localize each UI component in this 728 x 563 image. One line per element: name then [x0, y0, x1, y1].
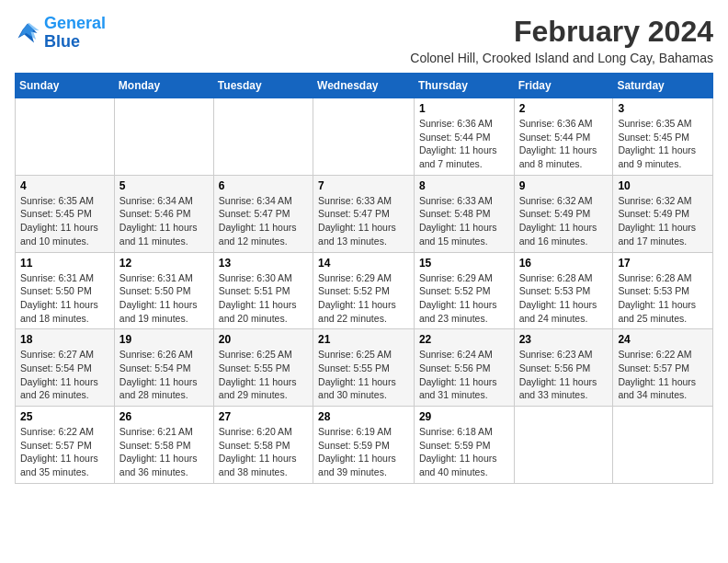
calendar-cell: 23Sunrise: 6:23 AMSunset: 5:56 PMDayligh… — [514, 329, 613, 407]
day-number: 26 — [119, 410, 209, 423]
day-number: 19 — [119, 333, 209, 346]
calendar-cell: 12Sunrise: 6:31 AMSunset: 5:50 PMDayligh… — [114, 252, 213, 329]
day-info: Sunrise: 6:33 AMSunset: 5:48 PMDaylight:… — [419, 194, 509, 248]
calendar-cell: 18Sunrise: 6:27 AMSunset: 5:54 PMDayligh… — [16, 329, 115, 407]
day-info: Sunrise: 6:25 AMSunset: 5:55 PMDaylight:… — [318, 348, 409, 402]
calendar-table: SundayMondayTuesdayWednesdayThursdayFrid… — [15, 73, 713, 484]
calendar-cell — [514, 407, 613, 484]
calendar-cell: 16Sunrise: 6:28 AMSunset: 5:53 PMDayligh… — [514, 252, 613, 329]
day-number: 8 — [419, 179, 509, 192]
calendar-week-row: 18Sunrise: 6:27 AMSunset: 5:54 PMDayligh… — [16, 329, 713, 407]
day-info: Sunrise: 6:34 AMSunset: 5:46 PMDaylight:… — [119, 194, 209, 248]
day-info: Sunrise: 6:23 AMSunset: 5:56 PMDaylight:… — [519, 348, 609, 402]
day-number: 1 — [419, 102, 509, 115]
day-number: 3 — [618, 102, 708, 115]
day-info: Sunrise: 6:18 AMSunset: 5:59 PMDaylight:… — [419, 425, 509, 479]
day-info: Sunrise: 6:25 AMSunset: 5:55 PMDaylight:… — [219, 348, 308, 402]
calendar-cell: 24Sunrise: 6:22 AMSunset: 5:57 PMDayligh… — [613, 329, 713, 407]
calendar-week-row: 4Sunrise: 6:35 AMSunset: 5:45 PMDaylight… — [16, 175, 713, 252]
day-info: Sunrise: 6:20 AMSunset: 5:58 PMDaylight:… — [219, 425, 308, 479]
calendar-cell — [114, 98, 213, 176]
calendar-cell: 6Sunrise: 6:34 AMSunset: 5:47 PMDaylight… — [213, 175, 313, 252]
calendar-cell: 15Sunrise: 6:29 AMSunset: 5:52 PMDayligh… — [414, 252, 514, 329]
day-info: Sunrise: 6:31 AMSunset: 5:50 PMDaylight:… — [119, 271, 209, 326]
calendar-cell: 28Sunrise: 6:19 AMSunset: 5:59 PMDayligh… — [313, 407, 415, 484]
day-of-week-header: Friday — [514, 74, 613, 98]
calendar-cell — [313, 98, 415, 176]
day-number: 22 — [419, 333, 509, 346]
logo-text: General Blue — [44, 15, 106, 52]
day-info: Sunrise: 6:27 AMSunset: 5:54 PMDaylight:… — [20, 348, 109, 402]
calendar-cell — [213, 98, 313, 176]
day-info: Sunrise: 6:30 AMSunset: 5:51 PMDaylight:… — [219, 271, 308, 326]
day-info: Sunrise: 6:22 AMSunset: 5:57 PMDaylight:… — [618, 348, 708, 402]
day-info: Sunrise: 6:31 AMSunset: 5:50 PMDaylight:… — [20, 271, 109, 326]
day-info: Sunrise: 6:34 AMSunset: 5:47 PMDaylight:… — [219, 194, 308, 248]
page-header: General Blue February 2024 Colonel Hill,… — [15, 15, 713, 65]
calendar-cell: 17Sunrise: 6:28 AMSunset: 5:53 PMDayligh… — [613, 252, 713, 329]
day-info: Sunrise: 6:24 AMSunset: 5:56 PMDaylight:… — [419, 348, 509, 402]
calendar-week-row: 1Sunrise: 6:36 AMSunset: 5:44 PMDaylight… — [16, 98, 713, 176]
day-info: Sunrise: 6:33 AMSunset: 5:47 PMDaylight:… — [318, 194, 409, 248]
calendar-cell: 13Sunrise: 6:30 AMSunset: 5:51 PMDayligh… — [213, 252, 313, 329]
day-of-week-header: Thursday — [414, 74, 514, 98]
calendar-cell: 11Sunrise: 6:31 AMSunset: 5:50 PMDayligh… — [16, 252, 115, 329]
day-info: Sunrise: 6:26 AMSunset: 5:54 PMDaylight:… — [119, 348, 209, 402]
calendar-header-row: SundayMondayTuesdayWednesdayThursdayFrid… — [16, 74, 713, 98]
day-number: 16 — [519, 257, 609, 270]
day-info: Sunrise: 6:29 AMSunset: 5:52 PMDaylight:… — [318, 271, 409, 326]
day-info: Sunrise: 6:21 AMSunset: 5:58 PMDaylight:… — [119, 425, 209, 479]
day-number: 29 — [419, 410, 509, 423]
calendar-cell — [16, 98, 115, 176]
main-title: February 2024 — [410, 15, 713, 49]
title-block: February 2024 Colonel Hill, Crooked Isla… — [410, 15, 713, 65]
day-info: Sunrise: 6:35 AMSunset: 5:45 PMDaylight:… — [20, 194, 109, 248]
day-of-week-header: Sunday — [16, 74, 115, 98]
day-number: 10 — [618, 179, 708, 192]
day-info: Sunrise: 6:36 AMSunset: 5:44 PMDaylight:… — [519, 117, 609, 171]
day-number: 23 — [519, 333, 609, 346]
calendar-cell: 1Sunrise: 6:36 AMSunset: 5:44 PMDaylight… — [414, 98, 514, 176]
calendar-cell: 10Sunrise: 6:32 AMSunset: 5:49 PMDayligh… — [613, 175, 713, 252]
day-number: 25 — [20, 410, 109, 423]
calendar-cell: 25Sunrise: 6:22 AMSunset: 5:57 PMDayligh… — [16, 407, 115, 484]
day-info: Sunrise: 6:35 AMSunset: 5:45 PMDaylight:… — [618, 117, 708, 171]
day-number: 28 — [318, 410, 409, 423]
calendar-cell: 14Sunrise: 6:29 AMSunset: 5:52 PMDayligh… — [313, 252, 415, 329]
calendar-cell: 4Sunrise: 6:35 AMSunset: 5:45 PMDaylight… — [16, 175, 115, 252]
calendar-cell: 20Sunrise: 6:25 AMSunset: 5:55 PMDayligh… — [213, 329, 313, 407]
calendar-cell: 27Sunrise: 6:20 AMSunset: 5:58 PMDayligh… — [213, 407, 313, 484]
day-number: 9 — [519, 179, 609, 192]
day-number: 17 — [618, 257, 708, 270]
subtitle: Colonel Hill, Crooked Island and Long Ca… — [410, 51, 713, 65]
day-info: Sunrise: 6:28 AMSunset: 5:53 PMDaylight:… — [618, 271, 708, 326]
day-info: Sunrise: 6:36 AMSunset: 5:44 PMDaylight:… — [419, 117, 509, 171]
calendar-cell: 22Sunrise: 6:24 AMSunset: 5:56 PMDayligh… — [414, 329, 514, 407]
day-number: 6 — [219, 179, 308, 192]
day-of-week-header: Monday — [114, 74, 213, 98]
calendar-cell: 26Sunrise: 6:21 AMSunset: 5:58 PMDayligh… — [114, 407, 213, 484]
logo-icon — [15, 20, 40, 46]
calendar-cell: 19Sunrise: 6:26 AMSunset: 5:54 PMDayligh… — [114, 329, 213, 407]
day-number: 13 — [219, 257, 308, 270]
day-number: 18 — [20, 333, 109, 346]
day-info: Sunrise: 6:32 AMSunset: 5:49 PMDaylight:… — [618, 194, 708, 248]
day-number: 15 — [419, 257, 509, 270]
calendar-week-row: 11Sunrise: 6:31 AMSunset: 5:50 PMDayligh… — [16, 252, 713, 329]
calendar-week-row: 25Sunrise: 6:22 AMSunset: 5:57 PMDayligh… — [16, 407, 713, 484]
calendar-cell: 29Sunrise: 6:18 AMSunset: 5:59 PMDayligh… — [414, 407, 514, 484]
day-number: 14 — [318, 257, 409, 270]
day-of-week-header: Saturday — [613, 74, 713, 98]
calendar-cell: 9Sunrise: 6:32 AMSunset: 5:49 PMDaylight… — [514, 175, 613, 252]
day-number: 20 — [219, 333, 308, 346]
day-of-week-header: Wednesday — [313, 74, 415, 98]
day-number: 4 — [20, 179, 109, 192]
day-number: 24 — [618, 333, 708, 346]
calendar-cell: 3Sunrise: 6:35 AMSunset: 5:45 PMDaylight… — [613, 98, 713, 176]
calendar-cell — [613, 407, 713, 484]
day-number: 11 — [20, 257, 109, 270]
day-info: Sunrise: 6:19 AMSunset: 5:59 PMDaylight:… — [318, 425, 409, 479]
calendar-cell: 5Sunrise: 6:34 AMSunset: 5:46 PMDaylight… — [114, 175, 213, 252]
day-info: Sunrise: 6:22 AMSunset: 5:57 PMDaylight:… — [20, 425, 109, 479]
day-number: 2 — [519, 102, 609, 115]
